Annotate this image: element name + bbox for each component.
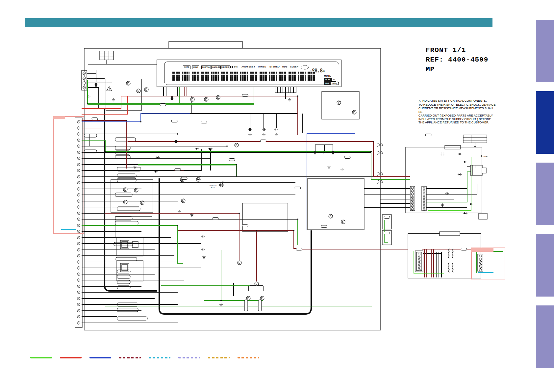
dig-ana-row: DIG. ANA. — [324, 82, 339, 85]
front-display-panel: AUTO HDMI DIGITAL ANALOG S.BACK dts AUDY… — [157, 60, 341, 87]
indicator-stereo: STEREO — [269, 65, 280, 68]
indicator-hdmi: HDMI — [192, 65, 199, 69]
service-manual-page: P-DIRECT BLUE LUG4B AUTO HDMI DIGITAL AN… — [0, 0, 554, 392]
hyperlink-underline-right[interactable] — [478, 272, 493, 273]
indicator-digital: DIGITAL — [201, 65, 211, 69]
sub-circuit-boxes — [106, 79, 482, 281]
indicator-audyssey: AUDYSSEY — [241, 65, 255, 68]
indicator-tuned: TUNED — [258, 65, 266, 68]
pin-grid-table-top-left — [100, 51, 113, 64]
legend-line-cyan — [149, 357, 170, 358]
green-wires — [82, 80, 503, 306]
db-unit-label: dB — [322, 70, 325, 72]
hyperlink-underline-left[interactable] — [61, 229, 76, 230]
indicator-z2: Z2 — [331, 78, 336, 82]
legend-line-maroon — [119, 357, 141, 358]
indicator-ana: ANA. — [331, 82, 339, 85]
lug-arrow-icon — [480, 155, 482, 157]
indicator-rds: RDS — [282, 65, 288, 68]
indicator-mute: MUTE — [324, 75, 331, 77]
component-symbols — [87, 81, 473, 311]
indicator-sleep: SLEEP — [290, 65, 298, 68]
indicator-analog: ANALOG — [211, 65, 221, 69]
highlight-box-left — [53, 116, 84, 234]
legend-line-blue — [89, 357, 111, 358]
legend-line-lavender — [178, 357, 200, 358]
lug-label: LUG4B — [483, 155, 488, 157]
highlight-box-right — [471, 248, 505, 279]
indicator-auto: AUTO — [183, 65, 190, 69]
right-connector-strips — [410, 186, 426, 211]
indicator-sback: S.BACK — [220, 65, 230, 69]
pcm-z2-row: PCM Z2 — [324, 78, 336, 82]
legend-line-orange — [238, 357, 259, 358]
indicator-pcm: PCM — [324, 78, 331, 82]
highlight-box-left-notch — [53, 116, 65, 119]
legend-line-gold — [208, 357, 230, 358]
indicator-dig: DIG. — [324, 82, 331, 85]
legend-line-red — [60, 357, 82, 358]
surround-ellipse-icon — [301, 65, 309, 69]
indicator-dts: dts — [234, 65, 238, 68]
dot-matrix-row — [172, 71, 315, 81]
dolby-double-d-icon — [230, 66, 233, 68]
wire-color-legend — [30, 357, 259, 358]
highlight-box-right-notch — [471, 248, 493, 252]
p-direct-label-line2: BLUE — [211, 187, 215, 189]
legend-line-green — [30, 357, 52, 358]
headphone-jack-icon — [470, 165, 487, 219]
